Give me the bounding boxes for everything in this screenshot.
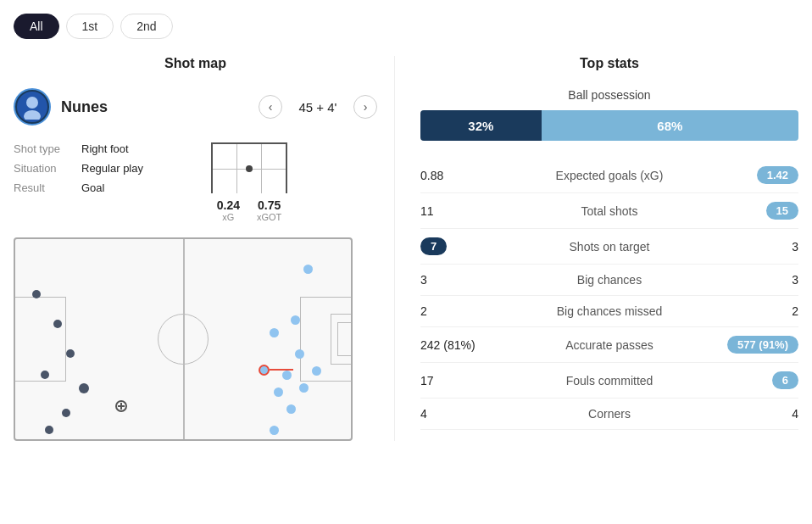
stat-row-bc: 3 Big chances 3 [420,265,798,296]
xg-item: 0.24 xG [217,198,240,222]
stat-val-bcm-right: 2 [792,304,798,318]
stat-row-xg: 0.88 Expected goals (xG) 1.42 [420,158,798,193]
selected-shot-dot[interactable] [259,365,270,376]
stat-badge-ap: 577 (91%) [727,336,798,354]
stat-left-bcm: 2 [420,304,497,318]
main-container: All 1st 2nd Shot map Nunes ‹ 45 + [0,0,812,524]
shot-dot-17[interactable] [270,426,279,435]
stat-val-xg-left: 0.88 [420,169,443,182]
shot-details: Shot type Right foot Situation Regular p… [14,142,377,222]
field-penalty-left [15,297,66,382]
xg-value: 0.24 [217,198,240,212]
possession-bar: 32% 68% [420,110,798,141]
stat-badge-shots: 15 [766,202,798,220]
shot-type-row: Shot type Right foot [14,142,143,155]
stat-center-corners: Corners [497,407,722,421]
stat-left-ap: 242 (81%) [420,338,497,352]
shot-dot-15[interactable] [274,387,283,397]
stat-right-shots: 15 [722,202,798,220]
shot-dot-6[interactable] [62,409,70,417]
player-name: Nunes [61,98,248,116]
svg-point-1 [24,110,41,120]
shot-dot-11[interactable] [295,349,304,359]
shot-type-value: Right foot [81,142,129,155]
possession-label: Ball possession [420,88,798,102]
stat-row-bcm: 2 Big chances missed 2 [420,296,798,327]
shot-dot-5[interactable] [79,383,89,393]
stat-center-fouls: Fouls committed [497,374,722,387]
stat-val-corners-right: 4 [792,407,798,421]
tab-1st[interactable]: 1st [66,14,114,39]
possession-left: 32% [420,110,542,141]
result-value: Goal [81,181,104,194]
stat-val-shots-left: 11 [420,204,434,218]
stat-row-fouls: 17 Fouls committed 6 [420,363,798,399]
player-selector: Nunes ‹ 45 + 4' › [14,88,377,125]
svg-point-0 [26,97,38,109]
stat-badge-fouls: 6 [772,371,798,389]
shot-map-title: Shot map [14,56,377,71]
stat-right-corners: 4 [722,407,798,421]
xgot-label: xGOT [257,212,281,222]
stat-left-shots: 11 [420,204,497,218]
result-label: Result [14,181,81,194]
stat-right-ap: 577 (91%) [722,336,798,354]
stat-val-corners-left: 4 [420,407,427,421]
xgot-value: 0.75 [257,198,281,212]
stat-row-corners: 4 Corners 4 [420,399,798,430]
possession-right: 68% [542,110,798,141]
stat-row-shots: 11 Total shots 15 [420,193,798,229]
stat-val-ap-left: 242 (81%) [420,338,476,352]
shot-dot-9[interactable] [291,315,300,325]
shot-dot-12[interactable] [312,366,321,376]
shot-dot-cross[interactable] [115,400,127,412]
shot-dot-10[interactable] [270,328,279,337]
left-panel: Shot map Nunes ‹ 45 + 4' › [14,56,395,441]
main-layout: Shot map Nunes ‹ 45 + 4' › [14,56,798,441]
next-player-button[interactable]: › [353,95,377,119]
shot-dot-4[interactable] [41,371,49,379]
stat-right-bc: 3 [722,273,798,287]
shot-dot-14[interactable] [299,383,309,393]
stat-badge-xg: 1.42 [757,166,798,184]
shot-dot-16[interactable] [286,404,296,414]
stat-row-ap: 242 (81%) Accurate passes 577 (91%) [420,327,798,363]
prev-player-button[interactable]: ‹ [259,95,282,119]
tab-all[interactable]: All [14,14,59,39]
shot-dot-8[interactable] [303,265,313,274]
shot-type-label: Shot type [14,142,81,155]
stat-badge-sot-left: 7 [420,237,447,255]
stat-center-bc: Big chances [497,273,722,287]
shot-dot-1[interactable] [32,290,41,298]
result-row: Result Goal [14,181,143,194]
stat-val-bc-left: 3 [420,273,427,287]
stat-center-shots: Total shots [497,204,722,218]
period-tabs: All 1st 2nd [14,14,798,39]
stat-center-bcm: Big chances missed [497,304,722,318]
shot-dot-13[interactable] [282,371,292,380]
stat-val-bc-right: 3 [792,273,798,287]
stat-row-sot: 7 Shots on target 3 [420,229,798,265]
stat-right-fouls: 6 [722,371,798,389]
shot-dot-3[interactable] [66,349,75,358]
avatar-inner [17,92,47,122]
situation-row: Situation Regular play [14,162,143,175]
field-6yd-right [331,314,351,365]
goal-dot [246,165,253,172]
stat-left-bc: 3 [420,273,497,287]
shot-dot-7[interactable] [45,426,53,434]
situation-value: Regular play [81,162,143,175]
goal-row-2 [213,170,286,194]
stat-val-sot-right: 3 [792,240,798,254]
xgot-item: 0.75 xGOT [257,198,281,222]
stat-val-fouls-left: 17 [420,374,434,387]
avatar [14,88,51,125]
tab-2nd[interactable]: 2nd [120,14,172,39]
top-stats-title: Top stats [420,56,798,71]
stats-table: 0.88 Expected goals (xG) 1.42 11 Total s… [420,158,798,430]
shot-map-field [14,237,353,441]
shot-dot-2[interactable] [53,320,62,328]
right-panel: Top stats Ball possession 32% 68% 0.88 E… [395,56,798,441]
stat-center-ap: Accurate passes [497,338,722,352]
stat-right-xg: 1.42 [722,166,798,184]
